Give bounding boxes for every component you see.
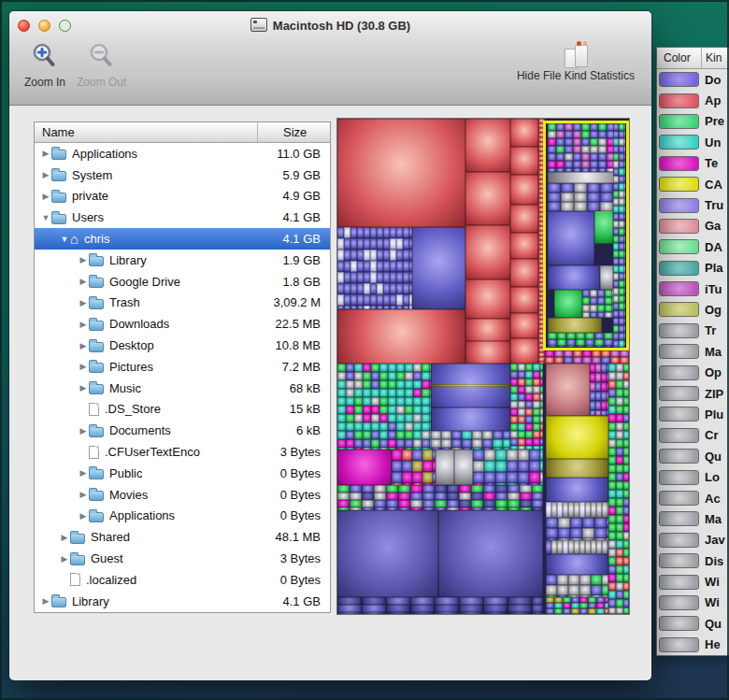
disclosure-triangle[interactable]: ▶ xyxy=(78,341,89,350)
list-item[interactable]: ▶Trash3,09.2 M xyxy=(35,293,330,314)
treemap-mosaic[interactable] xyxy=(510,364,543,450)
treemap-cell[interactable] xyxy=(337,309,465,364)
kind-row[interactable]: Un xyxy=(657,132,729,152)
treemap-cell[interactable] xyxy=(546,554,608,575)
treemap-cell[interactable] xyxy=(465,172,510,225)
kind-row[interactable]: Op xyxy=(657,362,729,382)
kind-row[interactable]: Tr xyxy=(657,321,729,341)
treemap-mosaic[interactable] xyxy=(392,450,436,485)
column-header-color[interactable]: Color xyxy=(664,51,691,64)
treemap-mosaic[interactable] xyxy=(473,450,543,485)
disclosure-triangle[interactable]: ▶ xyxy=(78,383,89,393)
treemap-mosaic[interactable] xyxy=(546,540,608,554)
treemap-cell[interactable] xyxy=(465,119,510,172)
column-header-name[interactable]: Name xyxy=(42,125,75,139)
kind-row[interactable]: Do xyxy=(657,69,729,90)
treemap-cell[interactable] xyxy=(431,407,510,431)
list-item[interactable]: ▶Library4.1 GB xyxy=(35,591,330,612)
kind-row[interactable]: Ma xyxy=(657,508,729,529)
kind-row[interactable]: He xyxy=(657,635,729,655)
column-divider[interactable] xyxy=(257,122,258,142)
kind-row[interactable]: DA xyxy=(657,236,729,257)
disclosure-triangle[interactable]: ▶ xyxy=(78,511,89,521)
list-item[interactable]: ▶Library1.9 GB xyxy=(35,250,330,271)
disclosure-triangle[interactable]: ▶ xyxy=(78,320,89,329)
zoom-out-button[interactable]: Zoom Out xyxy=(77,42,126,89)
list-item[interactable]: ▼Users4.1 GB xyxy=(35,207,330,228)
treemap-mosaic[interactable] xyxy=(337,227,412,309)
kind-row[interactable]: Wi xyxy=(657,571,729,592)
list-item[interactable]: ▶Pictures7.2 MB xyxy=(35,356,330,378)
zoom-in-button[interactable]: Zoom In xyxy=(24,42,65,89)
list-item[interactable]: ▶Applications11.0 GB xyxy=(35,143,330,164)
disclosure-triangle[interactable]: ▶ xyxy=(78,426,89,436)
hide-file-kind-statistics-button[interactable]: Hide File Kind Statistics xyxy=(517,42,635,82)
disclosure-triangle[interactable]: ▶ xyxy=(40,170,51,179)
disclosure-triangle[interactable]: ▶ xyxy=(78,277,89,286)
list-item[interactable]: ▶Music68 kB xyxy=(35,378,330,399)
treemap-cell[interactable] xyxy=(465,225,510,279)
list-item[interactable]: ▶Documents6 kB xyxy=(35,420,330,441)
kind-row[interactable]: Qu xyxy=(657,446,729,466)
treemap-cell[interactable] xyxy=(465,319,510,341)
treemap-cell[interactable] xyxy=(431,384,510,387)
kind-row[interactable]: Pre xyxy=(657,111,729,132)
kind-row[interactable]: Dis xyxy=(657,550,729,571)
list-item[interactable]: .localized0 Bytes xyxy=(35,569,330,591)
treemap-cell[interactable] xyxy=(510,313,538,338)
list-item[interactable]: .CFUserTextEnco3 Bytes xyxy=(35,441,330,463)
kind-row[interactable]: Cr xyxy=(657,425,729,446)
kind-row[interactable]: ZIP xyxy=(657,383,729,404)
kind-row[interactable]: Te xyxy=(657,153,729,174)
list-item[interactable]: .DS_Store15 kB xyxy=(35,399,330,421)
list-item[interactable]: ▶Movies0 Bytes xyxy=(35,484,330,506)
treemap-cell[interactable] xyxy=(546,478,608,502)
kind-row[interactable]: Qu xyxy=(657,613,729,634)
treemap-cell[interactable] xyxy=(546,364,590,416)
kind-column-divider[interactable] xyxy=(701,48,702,68)
disclosure-triangle[interactable]: ▶ xyxy=(78,490,89,499)
kind-row[interactable]: Pla xyxy=(657,258,729,279)
treemap-cell[interactable] xyxy=(510,233,538,259)
treemap-mosaic[interactable] xyxy=(546,518,608,540)
list-item[interactable]: ▶Guest3 Bytes xyxy=(35,548,330,569)
title-bar[interactable]: Macintosh HD (30.8 GB) Zoom In xyxy=(9,11,651,106)
treemap-cell[interactable] xyxy=(510,205,538,233)
kind-row[interactable]: Ap xyxy=(657,90,729,110)
disclosure-triangle[interactable]: ▶ xyxy=(59,554,70,564)
treemap-mosaic[interactable] xyxy=(337,364,431,450)
treemap[interactable] xyxy=(336,118,630,615)
treemap-cell[interactable] xyxy=(465,279,510,319)
kind-row[interactable]: Ma xyxy=(657,341,729,362)
list-item[interactable]: ▶private4.9 GB xyxy=(35,186,330,207)
treemap-cell[interactable] xyxy=(337,119,465,227)
treemap-mosaic[interactable] xyxy=(337,597,543,614)
treemap-cell[interactable] xyxy=(337,450,392,485)
list-item[interactable]: ▶Desktop10.8 MB xyxy=(35,335,330,356)
kind-row[interactable]: Wi xyxy=(657,593,729,613)
disclosure-triangle[interactable]: ▶ xyxy=(40,192,51,201)
list-item[interactable]: ▶Public0 Bytes xyxy=(35,463,330,484)
treemap-cell[interactable] xyxy=(510,287,538,313)
disclosure-triangle[interactable]: ▶ xyxy=(78,298,89,307)
treemap-cell[interactable] xyxy=(412,227,465,309)
kind-row[interactable]: CA xyxy=(657,174,729,194)
treemap-mosaic[interactable] xyxy=(546,597,608,614)
treemap-mosaic[interactable] xyxy=(431,431,510,450)
treemap-mosaic[interactable] xyxy=(546,502,608,518)
treemap-cell[interactable] xyxy=(510,259,538,287)
treemap-cell[interactable] xyxy=(510,338,538,364)
treemap-cell[interactable] xyxy=(546,416,608,459)
disclosure-triangle[interactable]: ▶ xyxy=(40,596,51,606)
treemap-cell[interactable] xyxy=(546,459,608,478)
disclosure-triangle[interactable]: ▶ xyxy=(78,362,89,371)
treemap-mosaic[interactable] xyxy=(608,364,629,614)
list-item[interactable]: ▶System5.9 GB xyxy=(35,164,330,186)
treemap-cell[interactable] xyxy=(510,119,538,147)
kind-row[interactable]: Ac xyxy=(657,488,729,508)
kind-row[interactable]: Ga xyxy=(657,216,729,236)
kind-row[interactable]: iTu xyxy=(657,279,729,299)
list-item[interactable]: ▶Downloads22.5 MB xyxy=(35,313,330,335)
treemap-cell[interactable] xyxy=(510,175,538,205)
disclosure-triangle[interactable]: ▶ xyxy=(78,468,89,478)
